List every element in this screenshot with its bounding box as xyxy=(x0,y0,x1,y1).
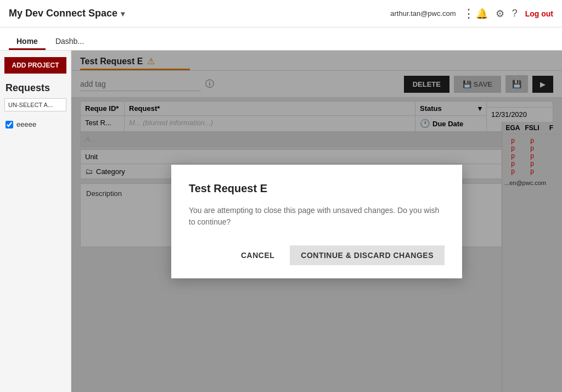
sidebar-checkbox[interactable] xyxy=(5,121,13,128)
dialog-message: You are attempting to close this page wi… xyxy=(189,205,445,228)
main-layout: ADD PROJECT Requests UN-SELECT A... eeee… xyxy=(0,51,562,392)
unselect-button[interactable]: UN-SELECT A... xyxy=(4,98,66,111)
top-navigation: My Dev Connect Space ▾ arthur.tan@pwc.co… xyxy=(0,0,562,27)
dialog-overlay: Test Request E You are attempting to clo… xyxy=(71,51,562,392)
gear-icon[interactable]: ⚙ xyxy=(496,8,504,20)
dialog-title: Test Request E xyxy=(189,182,445,195)
app-dropdown-icon[interactable]: ▾ xyxy=(121,9,125,18)
content-area: Test Request E ⚠ ⓘ DELETE 💾 SAVE 💾 ▶ Req… xyxy=(71,51,562,392)
sidebar: ADD PROJECT Requests UN-SELECT A... eeee… xyxy=(0,51,71,392)
tab-home[interactable]: Home xyxy=(9,32,46,50)
app-title: My Dev Connect Space ▾ xyxy=(9,8,125,19)
user-email: arthur.tan@pwc.com xyxy=(390,9,456,18)
cancel-button[interactable]: CANCEL xyxy=(230,245,285,265)
sidebar-item-eeeee[interactable]: eeeee xyxy=(0,117,71,132)
continue-discard-button[interactable]: CONTINUE & DISCARD CHANGES xyxy=(290,245,445,265)
tab-dashboard[interactable]: Dashb... xyxy=(48,32,92,50)
logout-link[interactable]: Log out xyxy=(525,9,553,18)
more-icon[interactable]: ⋮ xyxy=(463,7,476,21)
secondary-navigation: Home Dashb... xyxy=(0,27,562,51)
sidebar-item-label: eeeee xyxy=(16,120,36,128)
bell-icon[interactable]: 🔔 xyxy=(476,8,488,20)
sidebar-section-title: Requests xyxy=(0,80,71,98)
dialog: Test Request E You are attempting to clo… xyxy=(171,165,462,278)
add-project-button[interactable]: ADD PROJECT xyxy=(4,57,66,74)
dialog-actions: CANCEL CONTINUE & DISCARD CHANGES xyxy=(189,245,445,265)
nav-icons: 🔔 ⚙ ? Log out xyxy=(476,8,553,20)
help-icon[interactable]: ? xyxy=(512,8,518,19)
